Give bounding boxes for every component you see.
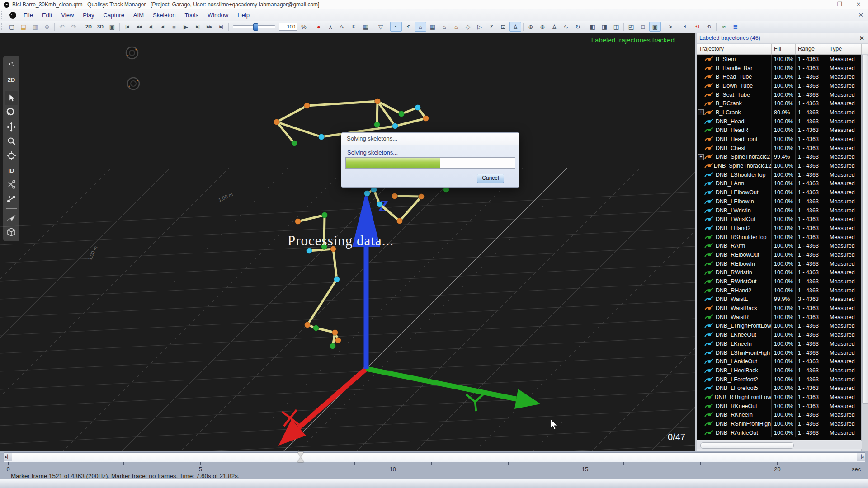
column-header-range[interactable]: Range — [796, 44, 827, 54]
menu-play[interactable]: Play — [78, 9, 99, 21]
viewport-3d[interactable]: Z Labeled trajectories tracked Processin… — [0, 33, 695, 451]
force-arrow-icon[interactable]: ⌂ — [415, 22, 426, 32]
trajectory-row[interactable]: DNB_LWristOut100.0%1 - 4363Measured — [697, 215, 862, 224]
trajectory-row[interactable]: DNB_RHand2100.0%1 - 4363Measured — [697, 286, 862, 295]
trajectory-row[interactable]: DNB_Chest100.0%1 - 4363Measured — [697, 144, 862, 153]
reprocess-icon[interactable]: ↻ — [572, 22, 583, 31]
column-header-trajectory[interactable]: Trajectory — [697, 44, 772, 54]
orbit-tool-icon[interactable] — [5, 106, 18, 119]
trajectory-row[interactable]: B_Seat_Tube100.0%1 - 4363Measured — [697, 90, 862, 99]
panel-close-icon[interactable]: ✕ — [859, 35, 864, 42]
id-tool[interactable]: ID — [5, 164, 18, 177]
menu-capture[interactable]: Capture — [99, 9, 129, 21]
trajectory-row[interactable]: DNB_RKneeIn100.0%1 - 4363Measured — [697, 411, 862, 420]
panel-vertical-scrollbar[interactable] — [861, 54, 868, 451]
trajectory-row[interactable]: DNB_LShinFrontHigh100.0%1 - 4363Measured — [697, 348, 862, 357]
column-header-type[interactable]: Type — [827, 44, 862, 54]
go-to-start-icon[interactable]: |◀ — [122, 22, 132, 31]
expand-icon[interactable]: + — [698, 109, 704, 115]
trajectory-row[interactable]: DNB_RWristIn100.0%1 - 4363Measured — [697, 268, 862, 277]
document-close-icon[interactable]: ✕ — [858, 11, 863, 19]
trajectory-row[interactable]: DNB_RWristOut100.0%1 - 4363Measured — [697, 277, 862, 286]
speed-value[interactable]: 100 — [279, 23, 297, 31]
cancel-button[interactable]: Cancel — [477, 174, 504, 183]
trajectory-row[interactable]: DNB_WaistBack100.0%1 - 4363Measured — [697, 304, 862, 313]
layout-split-icon[interactable]: ◫ — [611, 22, 622, 31]
trajectory-row[interactable]: DNB_SpineThoracic12100.0%1 - 4363Measure… — [697, 161, 862, 170]
trajectory-row[interactable]: DNB_RAnkleOut100.0%1 - 4363Measured — [697, 428, 862, 437]
trajectory-row[interactable]: B_Head_Tube100.0%1 - 4363Measured — [697, 72, 862, 81]
minimize-button[interactable]: – — [811, 0, 830, 9]
trajectory-row[interactable]: DNB_LArm100.0%1 - 4363Measured — [697, 179, 862, 188]
trajectory-row[interactable]: DNB_LElbowOut100.0%1 - 4363Measured — [697, 188, 862, 197]
trajectory-row[interactable]: DNB_LElbowIn100.0%1 - 4363Measured — [697, 197, 862, 206]
trajectory-row[interactable]: B_Down_Tube100.0%1 - 4363Measured — [697, 81, 862, 90]
pointer-tool-icon[interactable]: ▷ — [474, 22, 485, 31]
view-2d-icon[interactable]: 2D — [83, 22, 94, 31]
trajectory-row[interactable]: DNB_LForefoot5100.0%1 - 4363Measured — [697, 384, 862, 393]
timeline-scrubber[interactable] — [297, 452, 304, 462]
menu-help[interactable]: Help — [233, 9, 254, 21]
trajectory-row[interactable]: DNB_LAnkleOut100.0%1 - 4363Measured — [697, 357, 862, 366]
trajectory-tool-icon[interactable]: ∿ — [337, 22, 348, 31]
console-icon[interactable]: > — [665, 22, 676, 31]
switch-2d[interactable]: 2D — [5, 73, 18, 86]
plot-lines-icon[interactable]: ≣ — [730, 22, 741, 31]
trajectory-row[interactable]: B_Handle_Bar100.0%1 - 4363Measured — [697, 64, 862, 73]
record-icon[interactable]: ● — [313, 22, 324, 31]
marker-dots-tool-icon[interactable] — [5, 58, 18, 72]
undo-icon[interactable]: ↶ — [57, 22, 67, 31]
zoom-tool-icon[interactable] — [5, 135, 18, 148]
expand-icon[interactable]: + — [698, 154, 704, 160]
trajectory-row[interactable]: DNB_LHeelBack100.0%1 - 4363Measured — [697, 366, 862, 375]
select-cursor-icon[interactable] — [5, 91, 18, 105]
z-axis-tool-icon[interactable]: Z — [486, 22, 497, 31]
fly-tool-icon[interactable] — [5, 211, 18, 225]
trajectory-row[interactable]: DNB_RKneeOut100.0%1 - 4363Measured — [697, 402, 862, 411]
layout-left-icon[interactable]: ◧ — [587, 22, 598, 31]
view-3d-icon[interactable]: 3D — [95, 22, 106, 31]
trajectory-row[interactable]: DNB_RArm100.0%1 - 4363Measured — [697, 241, 862, 250]
label-list-icon[interactable]: •L — [680, 22, 691, 31]
trajectory-row[interactable]: DNB_WaistL99.9%3 - 4363Measured — [697, 295, 862, 304]
unlabel-list-icon[interactable]: •U — [692, 22, 703, 31]
add-marker-tool-icon[interactable] — [5, 192, 18, 206]
marker-labels-icon[interactable]: •L — [390, 22, 402, 32]
skeleton-tool-icon[interactable]: ♙ — [509, 22, 521, 32]
cut-tool-icon[interactable] — [5, 178, 18, 192]
menu-view[interactable]: View — [57, 9, 78, 21]
timeline-track[interactable] — [4, 452, 865, 462]
figure-tool-icon[interactable]: ♙ — [549, 22, 560, 31]
trajectory-row[interactable]: DNB_RElbowIn100.0%1 - 4363Measured — [697, 259, 862, 268]
step-back-icon[interactable]: ◀| — [145, 22, 156, 31]
data-info-window-icon[interactable]: ▦ — [360, 22, 371, 31]
plot-trajectories-icon[interactable]: ≈ — [718, 22, 729, 31]
trajectory-row[interactable]: DNB_LKneeOut100.0%1 - 4363Measured — [697, 330, 862, 339]
open-file-icon[interactable]: ▤ — [18, 22, 29, 31]
project-options-icon[interactable]: ⊛ — [42, 22, 52, 31]
layout-right-icon[interactable]: ◨ — [599, 22, 610, 31]
trajectory-row[interactable]: DNB_HeadL100.0%1 - 4363Measured — [697, 117, 862, 126]
filter-tool-icon[interactable]: ▽ — [375, 22, 386, 31]
menu-window[interactable]: Window — [203, 9, 233, 21]
analog-plot-icon[interactable]: ∿ — [561, 22, 571, 31]
panel-horizontal-scrollbar[interactable] — [697, 441, 862, 449]
pan-tool-icon[interactable] — [5, 120, 18, 134]
fast-rewind-icon[interactable]: ◀◀ — [133, 22, 144, 31]
close-button[interactable]: ✕ — [849, 0, 868, 9]
trajectory-row[interactable]: +B_LCrank80.9%1 - 4363Measured — [697, 108, 862, 117]
video-view-icon[interactable]: ▣ — [107, 22, 118, 31]
column-header-fill-level[interactable]: Fill Level — [772, 44, 796, 54]
trajectory-row[interactable]: DNB_RElbowOut100.0%1 - 4363Measured — [697, 250, 862, 259]
play-reverse-icon[interactable]: ◀ — [157, 22, 168, 31]
trajectory-row[interactable]: +DNB_SpineThoracic299.4%1 - 4363Measured — [697, 153, 862, 162]
vertical-scroll-thumb[interactable] — [862, 55, 868, 404]
trajectory-row[interactable]: DNB_LForefoot2100.0%1 - 4363Measured — [697, 375, 862, 384]
trajectory-row[interactable]: DNB_LKneeIn100.0%1 - 4363Measured — [697, 339, 862, 348]
trajectory-row[interactable]: B_Stem100.0%1 - 4363Measured — [697, 55, 862, 64]
menu-edit[interactable]: Edit — [38, 9, 57, 21]
grid-view-icon[interactable]: ▦ — [427, 22, 438, 31]
center-crosshair-icon[interactable]: ⊕ — [525, 22, 536, 31]
add-crosshair-icon[interactable]: ⊕ — [537, 22, 548, 31]
marker-traces-icon[interactable]: •F — [403, 22, 414, 31]
